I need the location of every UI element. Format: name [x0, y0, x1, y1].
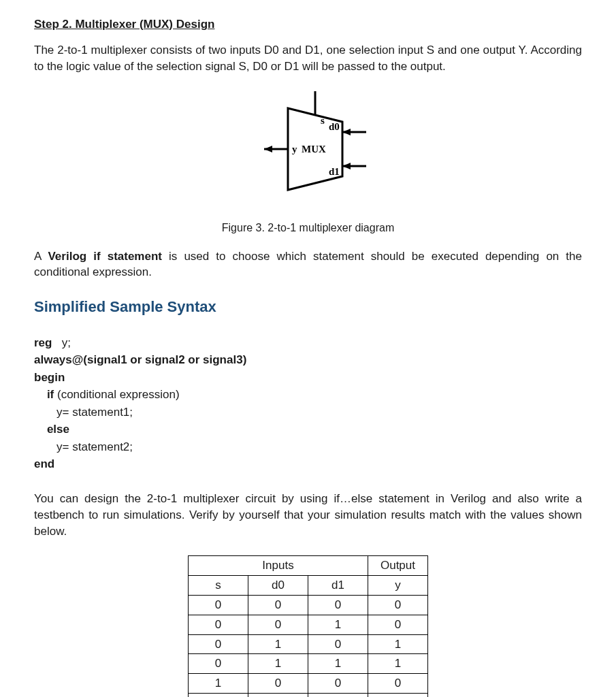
- table-cell: 1: [189, 693, 248, 697]
- intro-paragraph: The 2-to-1 multiplexer consists of two i…: [34, 42, 582, 75]
- table-cell: 1: [368, 693, 428, 697]
- table-cell: 0: [368, 595, 428, 615]
- table-cell: 1: [248, 654, 308, 674]
- th-d1: d1: [308, 576, 368, 596]
- table-cell: 0: [189, 615, 248, 634]
- th-y: y: [368, 576, 428, 596]
- table-cell: 1: [308, 615, 368, 634]
- table-cell: 0: [189, 634, 248, 654]
- table-cell: 0: [248, 615, 308, 634]
- table-cell: 0: [189, 595, 248, 615]
- code-l8: end: [34, 457, 54, 470]
- svg-marker-5: [342, 163, 351, 169]
- step-title: Step 2. Multiplexer (MUX) Design: [34, 16, 582, 33]
- table-cell: 0: [308, 674, 368, 694]
- table-row: 0101: [189, 634, 428, 654]
- code-l1a: reg: [34, 336, 52, 349]
- th-s: s: [189, 576, 248, 596]
- code-sample: reg y; always@(signal1 or signal2 or sig…: [34, 334, 582, 473]
- mux-y-label: y: [292, 144, 297, 155]
- code-l1b: y;: [52, 336, 70, 349]
- th-output: Output: [368, 556, 428, 576]
- svg-marker-7: [264, 146, 272, 152]
- truth-table: Inputs Output s d0 d1 y 0000001001010111…: [188, 555, 428, 697]
- table-header-row: s d0 d1 y: [189, 576, 428, 596]
- code-l7: y= statement2;: [34, 440, 133, 453]
- table-cell: 0: [368, 674, 428, 694]
- mux-diagram-icon: s d0 d1 y MUX: [233, 88, 383, 204]
- th-d0: d0: [248, 576, 308, 596]
- table-cell: 0: [248, 595, 308, 615]
- table-row: 0010: [189, 615, 428, 634]
- svg-marker-3: [342, 129, 351, 135]
- table-row: 1011: [189, 693, 428, 697]
- mux-s-label: s: [321, 115, 325, 126]
- syntax-heading: Simplified Sample Syntax: [34, 297, 582, 318]
- table-cell: 1: [189, 674, 248, 694]
- code-l6: else: [34, 423, 69, 436]
- code-l4a: if: [34, 388, 54, 401]
- code-l3: begin: [34, 371, 65, 384]
- table-cell: 0: [368, 615, 428, 634]
- table-row: 1000: [189, 674, 428, 694]
- code-l2: always@(signal1 or signal2 or signal3): [34, 353, 246, 366]
- table-row: 0000: [189, 595, 428, 615]
- table-row: 0111: [189, 654, 428, 674]
- table-cell: 0: [248, 693, 308, 697]
- table-cell: 1: [308, 693, 368, 697]
- code-l4b: (conditional expression): [54, 388, 179, 401]
- design-paragraph: You can design the 2-to-1 multiplexer ci…: [34, 491, 582, 539]
- mux-d1-label: d1: [329, 166, 340, 177]
- table-cell: 1: [368, 654, 428, 674]
- mux-d0-label: d0: [329, 121, 340, 132]
- mux-name-label: MUX: [302, 144, 326, 155]
- table-cell: 0: [308, 595, 368, 615]
- para2-b: Verilog if statement: [48, 250, 162, 263]
- code-l5: y= statement1;: [34, 406, 133, 419]
- table-cell: 0: [248, 674, 308, 694]
- mux-figure: s d0 d1 y MUX Figure 3. 2-to-1 multiplex…: [34, 88, 582, 236]
- th-inputs: Inputs: [189, 556, 368, 576]
- para2-a: A: [34, 250, 48, 263]
- verilog-if-paragraph: A Verilog if statement is used to choose…: [34, 248, 582, 281]
- table-cell: 1: [368, 634, 428, 654]
- table-cell: 0: [308, 634, 368, 654]
- table-cell: 0: [189, 654, 248, 674]
- table-cell: 1: [308, 654, 368, 674]
- figure-caption: Figure 3. 2-to-1 multiplexer diagram: [34, 221, 582, 236]
- table-cell: 1: [248, 634, 308, 654]
